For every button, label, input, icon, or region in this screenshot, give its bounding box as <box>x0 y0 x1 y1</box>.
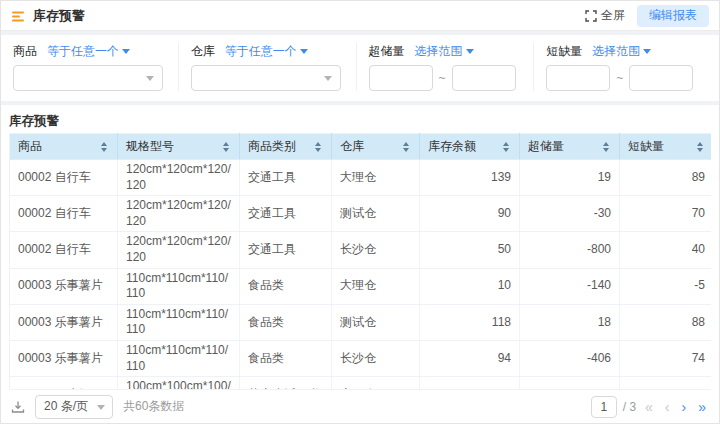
page-size-select[interactable]: 20 条/页 <box>35 395 113 419</box>
col-header-overstock: 超储量 <box>520 134 620 160</box>
table-row: 00002 自行车120cm*120cm*120/120交通工具长沙仓50-80… <box>10 232 712 268</box>
cell-warehouse: 大理仓 <box>332 377 420 389</box>
cell-product: 00003 乐事薯片 <box>10 268 118 304</box>
cell-product: 00002 自行车 <box>10 196 118 232</box>
table-row: 00004 卫生纸100cm*100cm*100/100基本生活品类大理仓42-… <box>10 377 712 389</box>
edit-report-button[interactable]: 编辑报表 <box>637 5 709 27</box>
filter-product: 商品 等于任意一个 <box>9 43 179 91</box>
cell-shortage: 32 <box>620 377 712 389</box>
chevron-down-icon <box>300 49 308 54</box>
filter-warehouse: 仓库 等于任意一个 <box>179 43 357 91</box>
table-header-row: 商品 规格型号 商品类别 仓库 库存余额 超储量 短缺量 <box>10 134 712 160</box>
chevron-down-icon <box>466 49 474 54</box>
sort-icon[interactable] <box>695 140 705 154</box>
table-row: 00002 自行车120cm*120cm*120/120交通工具大理仓13919… <box>10 160 712 196</box>
cell-product: 00004 卫生纸 <box>10 377 118 389</box>
cell-balance: 90 <box>420 196 520 232</box>
col-header-balance: 库存余额 <box>420 134 520 160</box>
filter-bar: 商品 等于任意一个 仓库 等于任意一个 <box>1 35 719 101</box>
cell-shortage: 89 <box>620 160 712 196</box>
cell-product: 00003 乐事薯片 <box>10 340 118 376</box>
sort-asc-icon <box>403 142 409 146</box>
filter-product-label: 商品 <box>13 43 37 60</box>
export-icon[interactable] <box>11 400 25 414</box>
sort-asc-icon <box>315 142 321 146</box>
cell-shortage: 74 <box>620 340 712 376</box>
cell-warehouse: 长沙仓 <box>332 340 420 376</box>
table-row: 00002 自行车120cm*120cm*120/120交通工具测试仓90-30… <box>10 196 712 232</box>
cell-category: 交通工具 <box>240 160 332 196</box>
sort-desc-icon <box>697 148 703 152</box>
chevron-down-icon <box>97 405 105 410</box>
shortage-max-input[interactable] <box>629 65 693 91</box>
cell-category: 食品类 <box>240 268 332 304</box>
cell-spec: 110cm*110cm*110/110 <box>118 340 240 376</box>
sort-asc-icon <box>697 142 703 146</box>
filter-shortage-operator[interactable]: 选择范围 <box>592 43 651 60</box>
cell-shortage: 40 <box>620 232 712 268</box>
cell-warehouse: 大理仓 <box>332 268 420 304</box>
warehouse-select[interactable] <box>191 65 341 91</box>
col-header-product: 商品 <box>10 134 118 160</box>
overstock-max-input[interactable] <box>452 65 516 91</box>
fullscreen-button[interactable]: 全屏 <box>585 7 625 24</box>
chevron-down-icon <box>146 76 154 81</box>
cell-warehouse: 测试仓 <box>332 304 420 340</box>
cell-balance: 10 <box>420 268 520 304</box>
sort-desc-icon <box>403 148 409 152</box>
filter-overstock-operator[interactable]: 选择范围 <box>415 43 474 60</box>
sort-icon[interactable] <box>601 140 611 154</box>
page-number-input[interactable] <box>591 396 617 418</box>
cell-overstock: 18 <box>520 304 620 340</box>
cell-warehouse: 大理仓 <box>332 160 420 196</box>
cell-warehouse: 长沙仓 <box>332 232 420 268</box>
sort-icon[interactable] <box>99 140 109 154</box>
cell-warehouse: 测试仓 <box>332 196 420 232</box>
cell-category: 交通工具 <box>240 196 332 232</box>
prev-page-button[interactable]: ‹ <box>662 398 673 416</box>
collapse-menu-icon[interactable] <box>11 9 25 23</box>
next-page-button[interactable]: › <box>679 398 690 416</box>
table-row: 00003 乐事薯片110cm*110cm*110/110食品类长沙仓94-40… <box>10 340 712 376</box>
cell-category: 交通工具 <box>240 232 332 268</box>
pagination-bar: 20 条/页 共60条数据 / 3 « ‹ › » <box>9 389 711 423</box>
filter-product-operator[interactable]: 等于任意一个 <box>47 43 130 60</box>
sort-icon[interactable] <box>501 140 511 154</box>
cell-balance: 139 <box>420 160 520 196</box>
cell-product: 00003 乐事薯片 <box>10 304 118 340</box>
product-select[interactable] <box>13 65 163 91</box>
total-records: 共60条数据 <box>123 398 184 415</box>
cell-spec: 110cm*110cm*110/110 <box>118 304 240 340</box>
filter-overstock: 超储量 选择范围 ~ <box>357 43 535 91</box>
chevron-down-icon <box>643 49 651 54</box>
sort-icon[interactable] <box>313 140 323 154</box>
topbar: 库存预警 全屏 编辑报表 <box>1 1 719 31</box>
sort-asc-icon <box>503 142 509 146</box>
cell-product: 00002 自行车 <box>10 160 118 196</box>
sort-icon[interactable] <box>401 140 411 154</box>
fullscreen-label: 全屏 <box>601 7 625 24</box>
total-pages-label: / 3 <box>623 400 636 414</box>
cell-category: 基本生活品类 <box>240 377 332 389</box>
filter-warehouse-operator[interactable]: 等于任意一个 <box>225 43 308 60</box>
last-page-button[interactable]: » <box>695 398 709 416</box>
chevron-down-icon <box>324 76 332 81</box>
first-page-button[interactable]: « <box>642 398 656 416</box>
col-header-spec: 规格型号 <box>118 134 240 160</box>
cell-overstock: -140 <box>520 268 620 304</box>
shortage-min-input[interactable] <box>546 65 610 91</box>
range-separator: ~ <box>616 71 623 85</box>
sort-desc-icon <box>315 148 321 152</box>
cell-overstock: 19 <box>520 160 620 196</box>
inventory-warning-page: 库存预警 全屏 编辑报表 商品 等于任意一个 <box>0 0 720 424</box>
filter-shortage-label: 短缺量 <box>546 43 582 60</box>
cell-spec: 120cm*120cm*120/120 <box>118 160 240 196</box>
overstock-min-input[interactable] <box>369 65 433 91</box>
cell-spec: 110cm*110cm*110/110 <box>118 268 240 304</box>
sort-desc-icon <box>101 148 107 152</box>
cell-category: 食品类 <box>240 304 332 340</box>
cell-category: 食品类 <box>240 340 332 376</box>
cell-balance: 50 <box>420 232 520 268</box>
filter-warehouse-label: 仓库 <box>191 43 215 60</box>
sort-icon[interactable] <box>221 140 231 154</box>
